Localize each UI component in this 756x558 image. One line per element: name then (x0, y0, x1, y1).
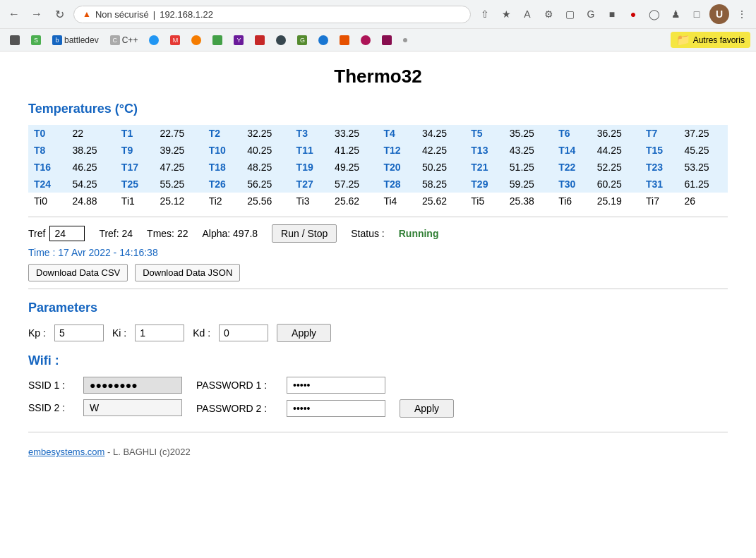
translate-icon[interactable]: G (582, 6, 599, 23)
download-json-button[interactable]: Download Data JSON (135, 264, 240, 281)
bookmark-b9[interactable]: Y (229, 33, 248, 47)
settings-icon[interactable]: ⚙ (540, 6, 557, 23)
ti4-value: 25.62 (416, 193, 465, 210)
ki-input[interactable] (135, 325, 184, 341)
temp-row-3: T16 46.25 T17 47.25 T18 48.25 T19 49.25 … (28, 159, 728, 176)
bookmark-battledev[interactable]: b battledev (48, 33, 103, 47)
bookmarks-bar: S b battledev C C++ M Y G 📁 Autres (0, 28, 756, 51)
bookmark-b11[interactable] (272, 33, 290, 47)
t12-value: 42.25 (416, 142, 465, 159)
t9-label: T9 (121, 145, 133, 156)
t0-label: T0 (34, 128, 45, 139)
download-buttons: Download Data CSV Download Data JSON (28, 264, 728, 281)
parameters-section: Parameters Kp : Ki : Kd : Apply (28, 301, 728, 342)
bookmark-favicon-6: M (170, 35, 180, 45)
extension1-icon[interactable]: A (519, 6, 536, 23)
ti2-label: Ti2 (209, 195, 222, 207)
ssid1-input[interactable] (83, 377, 182, 394)
t1-label: T1 (121, 128, 133, 139)
t20-label: T20 (383, 162, 400, 173)
window-icon[interactable]: □ (688, 6, 705, 23)
tref-input[interactable] (49, 226, 85, 241)
t23-value: 53.25 (679, 159, 728, 176)
password2-input[interactable] (287, 400, 385, 417)
bookmark-circle-blue[interactable] (145, 33, 163, 47)
bookmark-b16[interactable] (378, 33, 396, 47)
t10-label: T10 (209, 145, 226, 156)
alpha-display: Alpha: 497.8 (202, 228, 258, 239)
t8-value: 38.25 (67, 142, 116, 159)
apply-params-button[interactable]: Apply (277, 324, 331, 342)
t4-label: T4 (383, 128, 395, 139)
ssid2-label: SSID 2 : (28, 402, 78, 413)
t0-value: 22 (67, 125, 116, 142)
t30-value: 60.25 (592, 176, 640, 193)
password2-row: PASSWORD 2 : Apply (196, 399, 454, 418)
share-icon[interactable]: ⇧ (476, 6, 493, 23)
t10-value: 40.25 (241, 142, 290, 159)
time-display: Time : 17 Avr 2022 - 14:16:38 (28, 247, 728, 258)
t27-value: 57.25 (329, 176, 378, 193)
ssid1-label: SSID 1 : (28, 380, 78, 391)
t20-value: 50.25 (416, 159, 465, 176)
extension2-icon[interactable]: ▢ (561, 6, 578, 23)
shield-icon[interactable]: ■ (604, 6, 620, 23)
wifi-section-title: Wifi : (28, 353, 728, 368)
download-csv-button[interactable]: Download Data CSV (28, 264, 128, 281)
t3-label: T3 (296, 128, 308, 139)
bookmark-cpp-label: C++ (122, 35, 138, 45)
forward-button[interactable]: → (28, 6, 45, 23)
t31-label: T31 (646, 178, 663, 190)
bookmark-b7[interactable] (187, 33, 205, 47)
back-button[interactable]: ← (6, 6, 23, 23)
browser-nav-bar: ← → ↻ ▲ Non sécurisé | 192.168.1.22 ⇧ ★ … (0, 0, 756, 28)
autres-favoris[interactable]: 📁 Autres favoris (671, 32, 750, 48)
reload-button[interactable]: ↻ (51, 6, 68, 23)
bookmark-favicon-7 (191, 35, 201, 45)
run-stop-button[interactable]: Run / Stop (272, 224, 337, 243)
bookmark-dot1[interactable] (6, 33, 24, 47)
bookmark-dot-small[interactable] (399, 36, 412, 44)
footer-link[interactable]: embesystems.com (28, 447, 104, 457)
t13-label: T13 (471, 145, 488, 156)
page-title: Thermo32 (28, 66, 728, 87)
bookmark-favicon-15 (361, 35, 371, 45)
t9-value: 39.25 (154, 142, 203, 159)
bookmark-b15[interactable] (356, 33, 375, 47)
puzzle-icon[interactable]: ♟ (667, 6, 684, 23)
bookmark-cpp[interactable]: C C++ (106, 33, 143, 47)
bookmark-b14[interactable] (335, 33, 354, 47)
ti5-value: 25.38 (504, 193, 553, 210)
adblock-icon[interactable]: ● (625, 6, 642, 23)
ti5-label: Ti5 (471, 195, 484, 207)
password1-label: PASSWORD 1 : (196, 380, 281, 391)
extension3-icon[interactable]: ◯ (646, 6, 663, 23)
bookmark-dot2[interactable]: S (27, 33, 45, 47)
bookmark-battledev-label: battledev (64, 35, 99, 45)
bookmark-icon[interactable]: ★ (498, 6, 515, 23)
page-content: Thermo32 Temperatures (°C) T0 22 T1 22.7… (0, 51, 756, 471)
bookmark-b10[interactable] (251, 33, 269, 47)
avatar-icon[interactable]: U (709, 4, 729, 24)
ssid2-input[interactable] (83, 399, 182, 416)
kd-input[interactable] (219, 325, 268, 341)
kp-input[interactable] (54, 325, 104, 341)
apply-wifi-button[interactable]: Apply (400, 399, 454, 418)
bookmark-favicon-14 (340, 35, 349, 45)
menu-icon[interactable]: ⋮ (733, 6, 750, 23)
bookmark-b13[interactable] (314, 33, 332, 47)
bookmark-b8[interactable] (208, 33, 227, 47)
password2-label: PASSWORD 2 : (196, 403, 281, 414)
t14-value: 44.25 (592, 142, 640, 159)
t16-label: T16 (34, 162, 51, 173)
t8-label: T8 (34, 145, 45, 156)
bookmark-b12[interactable]: G (293, 33, 311, 47)
password1-input[interactable] (287, 377, 385, 394)
wifi-section: Wifi : SSID 1 : SSID 2 : PASSWORD 1 : (28, 353, 728, 418)
bookmark-m[interactable]: M (166, 33, 184, 47)
autres-favoris-label: Autres favoris (693, 35, 745, 45)
t13-value: 43.25 (504, 142, 553, 159)
password1-row: PASSWORD 1 : (196, 377, 454, 394)
address-bar[interactable]: ▲ Non sécurisé | 192.168.1.22 (73, 6, 471, 23)
t25-value: 55.25 (154, 176, 203, 193)
